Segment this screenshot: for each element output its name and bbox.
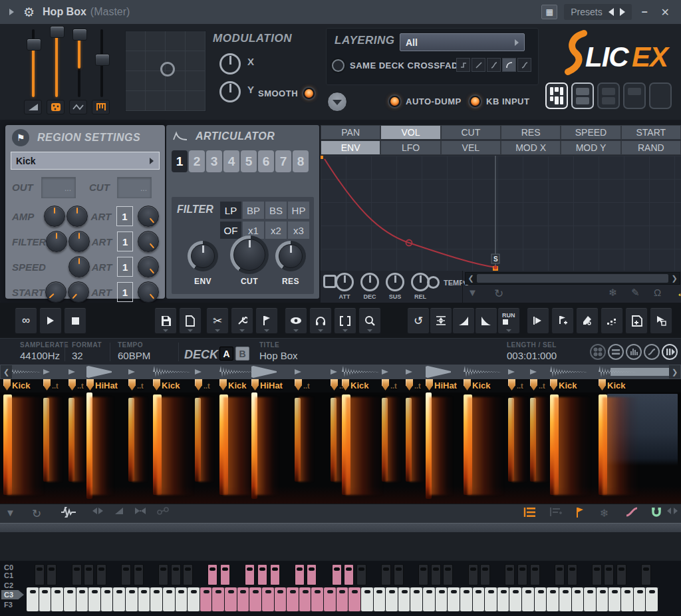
layout-keyboard-button[interactable] — [545, 82, 568, 109]
overview-scroll-right[interactable]: ❯ — [669, 365, 680, 379]
presets-control[interactable]: Presets — [564, 4, 631, 20]
link-icon[interactable] — [157, 507, 169, 515]
piano-key-white[interactable] — [287, 587, 299, 611]
fade-ramp-icon[interactable] — [114, 507, 124, 515]
slice-marker-1[interactable] — [3, 379, 11, 390]
slice-marker-11[interactable] — [331, 379, 338, 390]
art-knob[interactable] — [138, 256, 159, 277]
piano-key-black[interactable] — [604, 564, 614, 585]
piano-key-white[interactable] — [39, 587, 52, 611]
tempo-led[interactable] — [427, 276, 440, 289]
filter-mode-of[interactable]: OF — [219, 221, 242, 239]
piano-key-white[interactable] — [311, 587, 324, 611]
piano-key-black[interactable] — [641, 564, 651, 585]
articulator-slot-8[interactable]: 8 — [293, 150, 309, 172]
piano-key-black[interactable] — [134, 564, 144, 585]
envelope-enable-led[interactable] — [323, 275, 337, 288]
region-select[interactable]: Kick — [11, 152, 160, 170]
xfade-slow-button[interactable] — [517, 58, 531, 72]
slice-marker-16[interactable] — [464, 379, 471, 390]
piano-key-black[interactable] — [356, 564, 366, 585]
regions-list-dim-icon[interactable] — [549, 507, 563, 517]
region-knob[interactable] — [67, 206, 88, 227]
piano-key-black[interactable] — [616, 564, 626, 585]
filter-type-hp[interactable]: HP — [287, 201, 310, 220]
piano-key-white[interactable] — [559, 587, 572, 611]
slice-marker-20[interactable] — [599, 379, 606, 390]
piano-key-white[interactable] — [609, 587, 621, 611]
piano-key-black[interactable] — [418, 564, 428, 585]
new-document-button[interactable] — [179, 307, 202, 334]
piano-key-white[interactable] — [51, 587, 64, 611]
save-button[interactable] — [154, 307, 177, 334]
piano-key-white[interactable] — [374, 587, 386, 611]
spectrum-icon[interactable] — [625, 343, 642, 361]
piano-key-white[interactable] — [76, 587, 89, 611]
piano-key-white[interactable] — [348, 587, 361, 611]
headphones-icon[interactable]: Ω — [654, 287, 661, 298]
piano-key-white[interactable] — [249, 587, 262, 611]
tab-cut[interactable]: CUT — [441, 125, 501, 140]
stretch-arrows-icon[interactable]: ↔ — [676, 287, 681, 300]
kbinput-led[interactable] — [470, 96, 481, 107]
piano-key-white[interactable] — [485, 587, 497, 611]
layout-empty-button[interactable] — [649, 82, 672, 109]
mod-y-knob[interactable] — [219, 81, 241, 102]
mod-slider-2[interactable] — [50, 29, 63, 97]
piano-key-white[interactable] — [200, 587, 213, 611]
fade-in-button[interactable] — [452, 307, 475, 334]
wave-mode-button[interactable] — [69, 100, 87, 114]
freeze-icon[interactable]: ❄ — [609, 287, 617, 299]
piano-key-white[interactable] — [522, 587, 535, 611]
piano-key-white[interactable] — [163, 587, 176, 611]
art-number[interactable]: 1 — [117, 282, 133, 302]
piano-key-white[interactable] — [88, 587, 101, 611]
slice-marker-8[interactable] — [219, 379, 227, 390]
mod-x-knob[interactable] — [219, 53, 241, 75]
save-sample-button[interactable] — [625, 307, 648, 334]
drag-selection-button[interactable] — [650, 307, 672, 334]
piano-key-white[interactable] — [324, 587, 337, 611]
slide-icon[interactable]: ✎ — [631, 287, 640, 299]
piano-key-white[interactable] — [27, 587, 39, 611]
smooth-led[interactable] — [303, 88, 315, 99]
xfade-scurve-button[interactable] — [487, 58, 501, 72]
preview-headphones-button[interactable] — [309, 307, 332, 334]
piano-key-white[interactable] — [299, 587, 312, 611]
piano-key-black[interactable] — [530, 564, 540, 585]
art-number[interactable]: 1 — [117, 231, 133, 251]
tab-vol[interactable]: VOL — [380, 125, 440, 140]
mod-slider-1[interactable] — [27, 29, 40, 97]
region-knob[interactable] — [44, 206, 65, 227]
preset-next-icon[interactable] — [620, 8, 625, 16]
filter-mode-x3[interactable]: x3 — [287, 221, 310, 239]
piano-key-black[interactable] — [567, 564, 577, 585]
piano-key-black[interactable] — [307, 564, 317, 585]
piano-key-white[interactable] — [497, 587, 510, 611]
piano-key-black[interactable] — [245, 564, 255, 585]
tools-button[interactable] — [231, 307, 253, 334]
slice-tool-button[interactable] — [576, 307, 599, 334]
deck-b-button[interactable]: B — [235, 347, 249, 361]
prev-slice-icon[interactable] — [92, 507, 104, 515]
piano-key-white[interactable] — [101, 587, 114, 611]
slice-marker-6[interactable] — [153, 379, 160, 390]
slice-marker-14[interactable] — [406, 379, 413, 390]
piano-key-white[interactable] — [337, 587, 349, 611]
wave-menu-icon[interactable]: ▼ — [5, 507, 15, 518]
piano-key-white[interactable] — [275, 587, 287, 611]
cut-knob[interactable] — [230, 235, 269, 274]
piano-key-white[interactable] — [150, 587, 163, 611]
region-knob[interactable] — [46, 231, 67, 252]
envelope-graph[interactable]: S — [321, 156, 681, 271]
slice-marker-13[interactable] — [382, 379, 389, 390]
piano-keyboard[interactable]: C0C1C2C3F3 — [0, 561, 681, 616]
adsr-knob-dec[interactable]: DEC — [360, 273, 379, 300]
wave-stretch-icon[interactable] — [666, 507, 678, 515]
marker-flag-icon[interactable] — [576, 507, 584, 518]
slice-marker-4[interactable] — [86, 379, 94, 390]
scroll-right-icon[interactable]: ❯ — [669, 274, 680, 283]
piano-key-white[interactable] — [572, 587, 585, 611]
gear-icon[interactable]: ⚙ — [23, 5, 35, 20]
articulator-slot-7[interactable]: 7 — [275, 150, 291, 172]
